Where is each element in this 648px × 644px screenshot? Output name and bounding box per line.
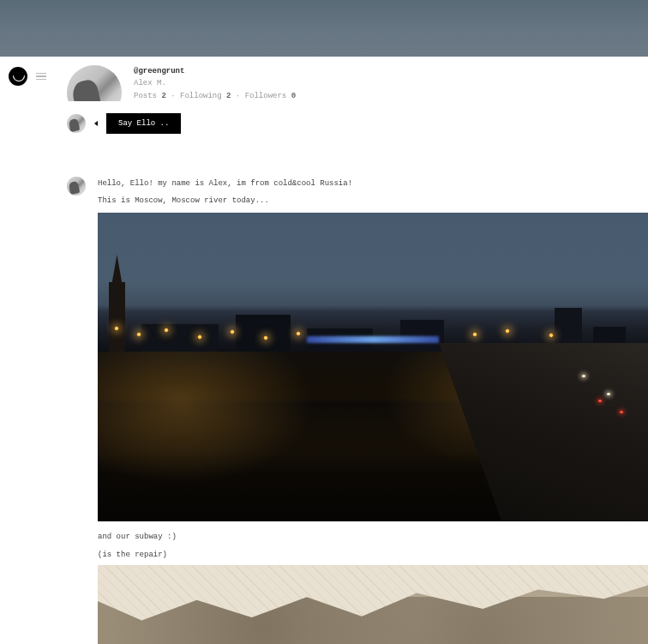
post-avatar[interactable] xyxy=(67,177,86,196)
post-text-line: Hello, Ello! my name is Alex, im from co… xyxy=(98,177,648,190)
profile-display-name: Alex M. xyxy=(134,77,296,89)
posts-count[interactable]: 2 xyxy=(161,92,165,100)
compose-avatar[interactable] xyxy=(67,114,86,133)
following-count[interactable]: 2 xyxy=(226,92,231,100)
following-label: Following xyxy=(180,92,222,100)
followers-label: Followers xyxy=(245,92,287,100)
say-ello-button[interactable]: Say Ello .. xyxy=(106,113,181,134)
followers-count[interactable]: 0 xyxy=(291,92,296,100)
post-text-line: (is the repair) xyxy=(98,548,648,562)
avatar[interactable] xyxy=(67,65,122,101)
post-image-subway[interactable] xyxy=(98,565,648,644)
menu-icon[interactable] xyxy=(36,73,46,81)
compose-row: Say Ello .. xyxy=(67,113,648,134)
posts-label: Posts xyxy=(134,92,157,100)
profile-header: @greengrunt Alex M. Posts 2 · Following … xyxy=(67,65,648,101)
profile-stats: Posts 2 · Following 2 · Followers 0 xyxy=(134,90,296,101)
ello-logo[interactable] xyxy=(9,67,27,86)
profile-handle[interactable]: @greengrunt xyxy=(134,65,296,77)
post-text-line: and our subway :) xyxy=(98,530,648,544)
post-image-river[interactable] xyxy=(98,213,648,521)
arrow-icon xyxy=(94,121,98,126)
profile-banner xyxy=(0,0,648,57)
post: Hello, Ello! my name is Alex, im from co… xyxy=(67,177,648,644)
post-text-line: This is Moscow, Moscow river today... xyxy=(98,194,648,208)
